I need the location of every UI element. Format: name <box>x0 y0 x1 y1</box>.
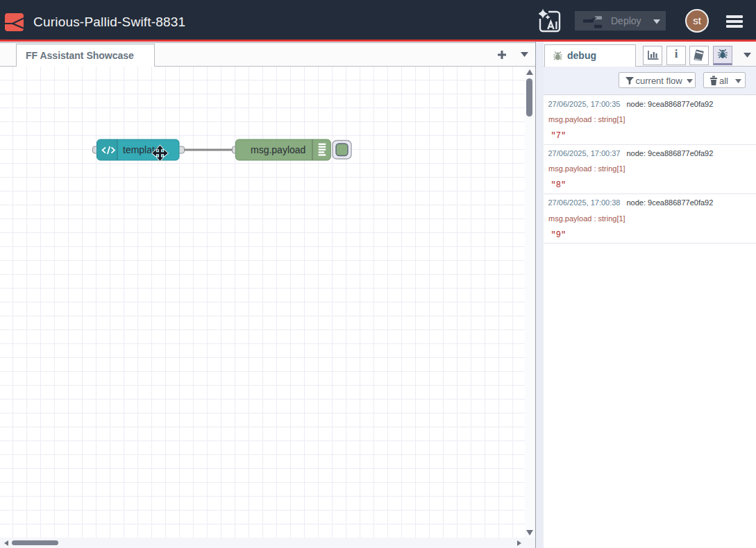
svg-text:msg.payload: msg.payload <box>251 144 305 155</box>
